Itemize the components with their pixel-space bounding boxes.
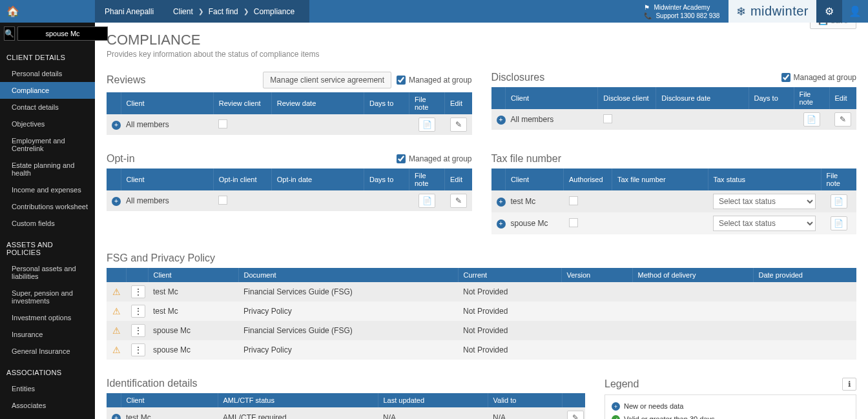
expand-icon[interactable]: + <box>497 116 506 125</box>
tax-status-select[interactable]: Select tax status <box>713 194 816 209</box>
warning-icon: ⚠ <box>112 325 121 336</box>
expand-icon[interactable]: + <box>112 121 121 130</box>
snowflake-icon: ❄ <box>736 5 747 19</box>
manage-agreement-button[interactable]: Manage client service agreement <box>263 72 391 88</box>
profile-button[interactable]: 👤 <box>842 0 868 23</box>
sidebar-item-custom-fields[interactable]: Custom fields <box>0 215 95 232</box>
edit-button[interactable]: ✎ <box>567 411 584 419</box>
file-note-button[interactable]: 📄 <box>418 194 435 208</box>
chevron-right-icon: ❯ <box>243 8 249 15</box>
optin-client-checkbox[interactable] <box>218 196 227 205</box>
tax-status-select[interactable]: Select tax status <box>713 216 816 231</box>
edit-button[interactable]: ✎ <box>450 118 467 132</box>
ident-panel: Identification details ClientAML/CTF sta… <box>107 378 585 419</box>
flag-icon: ⚑ <box>644 3 650 12</box>
crumb-factfind[interactable]: Fact find <box>209 7 238 16</box>
table-row: + All members 📄 ✎ <box>491 109 857 130</box>
sidebar-item-insurance[interactable]: Insurance <box>0 326 95 343</box>
reviews-managed-group[interactable]: Managed at group <box>397 76 471 85</box>
authorised-checkbox[interactable] <box>569 196 578 205</box>
row-menu-button[interactable]: ⋮ <box>131 285 145 298</box>
authorised-checkbox[interactable] <box>569 218 578 227</box>
expand-icon[interactable]: + <box>112 197 121 206</box>
legend-valid-icon: ✓ <box>612 415 620 419</box>
tfn-table: ClientAuthorisedTax file numberTax statu… <box>491 169 857 234</box>
expand-icon[interactable]: + <box>497 198 506 207</box>
user-icon: 👤 <box>849 5 862 17</box>
chevron-right-icon: ❯ <box>198 8 203 15</box>
warning-icon: ⚠ <box>112 306 121 316</box>
sidebar-item-entities[interactable]: Entities <box>0 380 95 397</box>
sidebar-group-header: CLIENT DETAILS <box>0 45 95 65</box>
search-input[interactable] <box>17 26 108 41</box>
search-button[interactable]: 🔍 <box>4 26 15 41</box>
table-row: ⚠⋮test McPrivacy PolicyNot Provided <box>107 301 856 321</box>
table-row: ⚠⋮test McFinancial Services Guide (FSG)N… <box>107 282 856 301</box>
sidebar-item-associates[interactable]: Associates <box>0 397 95 414</box>
table-row: ⚠⋮spouse McPrivacy PolicyNot Provided <box>107 340 856 360</box>
row-menu-button[interactable]: ⋮ <box>131 324 145 337</box>
sidebar-item-contributions-worksheet[interactable]: Contributions worksheet <box>0 198 95 215</box>
home-icon: 🏠 <box>6 5 19 17</box>
sidebar-item-estate-planning-and-health[interactable]: Estate planning and health <box>0 157 95 181</box>
sidebar-item-income-and-expenses[interactable]: Income and expenses <box>0 181 95 198</box>
sidebar-item-contact-details[interactable]: Contact details <box>0 99 95 116</box>
row-menu-button[interactable]: ⋮ <box>131 343 145 356</box>
file-note-button[interactable]: 📄 <box>831 216 847 230</box>
crumb-compliance[interactable]: Compliance <box>254 7 294 16</box>
topbar-username[interactable]: Phani Anepalli <box>95 0 163 23</box>
legend-new-icon: + <box>612 402 620 411</box>
reviews-panel: Reviews Manage client service agreement … <box>107 72 472 135</box>
legend-info-button[interactable]: ℹ <box>842 378 856 391</box>
sidebar-item-super-pension-and-investments[interactable]: Super, pension and investments <box>0 285 95 309</box>
optin-managed-checkbox[interactable] <box>397 154 406 163</box>
topbar-home[interactable]: 🏠 <box>0 0 95 23</box>
disclosures-managed-checkbox[interactable] <box>781 73 790 82</box>
sidebar-item-personal-assets-and-liabilities[interactable]: Personal assets and liabilities <box>0 260 95 285</box>
review-client-checkbox[interactable] <box>218 119 227 128</box>
reviews-managed-checkbox[interactable] <box>397 76 406 85</box>
crumb-client[interactable]: Client <box>173 7 193 16</box>
disclosures-title: Disclosures <box>491 72 545 83</box>
disclosures-managed-group[interactable]: Managed at group <box>781 73 856 82</box>
sidebar-item-compliance[interactable]: Compliance <box>0 82 95 99</box>
sidebar-group-header: ASSOCIATIONS <box>0 360 95 380</box>
sidebar: 🔍 CLIENT DETAILSPersonal detailsComplian… <box>0 23 95 419</box>
fsg-table: ClientDocumentCurrentVersionMethod of de… <box>107 268 856 360</box>
optin-panel: Opt-in Managed at group ClientOpt-in cli… <box>107 153 472 234</box>
expand-icon[interactable]: + <box>497 220 506 229</box>
sidebar-group-header: ASSETS AND POLICIES <box>0 232 95 260</box>
save-button[interactable]: 💾 Save <box>810 23 856 29</box>
fsg-panel: FSG and Privacy Policy ClientDocumentCur… <box>107 252 856 360</box>
tfn-panel: Tax file number ClientAuthorisedTax file… <box>491 153 857 234</box>
gear-icon: ⚙ <box>825 5 834 17</box>
reviews-title: Reviews <box>107 74 145 86</box>
file-note-button[interactable]: 📄 <box>418 118 435 132</box>
settings-button[interactable]: ⚙ <box>816 0 842 23</box>
sidebar-item-investment-options[interactable]: Investment options <box>0 309 95 326</box>
reviews-table: ClientReview clientReview dateDays toFil… <box>107 92 472 135</box>
edit-button[interactable]: ✎ <box>450 194 467 208</box>
support-info: ⚑Midwinter Academy 📞Support 1300 882 938 <box>635 3 728 20</box>
file-note-button[interactable]: 📄 <box>803 112 820 127</box>
sidebar-item-relationships[interactable]: Relationships <box>0 414 95 419</box>
expand-icon[interactable]: + <box>112 414 121 420</box>
optin-title: Opt-in <box>107 153 135 165</box>
breadcrumb: Client❯ Fact find❯ Compliance <box>163 0 309 23</box>
optin-managed-group[interactable]: Managed at group <box>397 154 471 163</box>
phone-icon: 📞 <box>644 12 652 20</box>
row-menu-button[interactable]: ⋮ <box>131 305 145 318</box>
tfn-title: Tax file number <box>491 153 562 165</box>
disclose-client-checkbox[interactable] <box>603 114 612 123</box>
file-note-button[interactable]: 📄 <box>831 194 847 209</box>
legend-panel: Legendℹ +New or needs data ✓Valid or gre… <box>604 378 856 419</box>
brand-logo[interactable]: ❄midwinter <box>728 0 816 23</box>
table-row: ⚠⋮spouse McFinancial Services Guide (FSG… <box>107 321 856 340</box>
edit-button[interactable]: ✎ <box>834 112 851 127</box>
sidebar-item-personal-details[interactable]: Personal details <box>0 65 95 82</box>
sidebar-item-objectives[interactable]: Objectives <box>0 116 95 132</box>
warning-icon: ⚠ <box>112 287 121 297</box>
sidebar-item-general-insurance[interactable]: General Insurance <box>0 343 95 360</box>
sidebar-item-employment-and-centrelink[interactable]: Employment and Centrelink <box>0 132 95 157</box>
ident-title: Identification details <box>107 378 198 389</box>
